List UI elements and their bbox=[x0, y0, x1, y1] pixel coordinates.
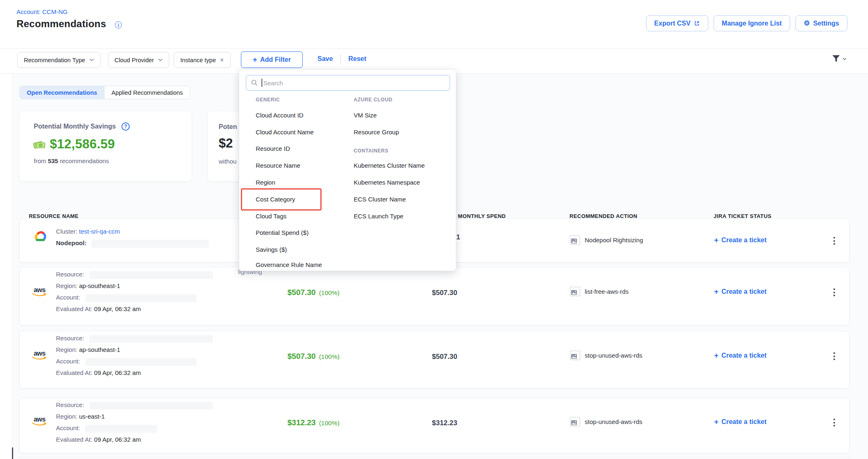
dropdown-item-region[interactable]: Region bbox=[256, 179, 275, 186]
chip-label: Recommendation Type bbox=[24, 57, 85, 63]
add-filter-dropdown: GENERIC Cloud Account ID Cloud Account N… bbox=[239, 69, 456, 271]
close-icon[interactable]: × bbox=[220, 56, 224, 64]
tab-applied-recommendations[interactable]: Applied Recommendations bbox=[104, 86, 190, 99]
potential-monthly-savings-card: Potential Monthly Savings ? $12,586.59 f… bbox=[19, 111, 191, 181]
redacted-value bbox=[89, 402, 213, 410]
cluster-label: Cluster: bbox=[56, 228, 77, 235]
row1-spend-fragment: 1 bbox=[456, 233, 460, 241]
table-row[interactable]: aws Resource: Region: ap-southeast-1 Acc… bbox=[19, 267, 849, 326]
region-value: ap-southeast-1 bbox=[79, 282, 120, 289]
manage-ignore-list-label: Manage Ignore List bbox=[722, 20, 782, 27]
row-menu-kebab[interactable] bbox=[832, 287, 837, 298]
plus-icon: + bbox=[714, 417, 719, 426]
partial-card-subtitle-fragment: withou bbox=[219, 158, 236, 165]
monthly-spend-cell: $507.30 bbox=[432, 289, 457, 297]
filter-chip-recommendation-type[interactable]: Recommendation Type bbox=[17, 52, 100, 68]
dropdown-item-cost-category[interactable]: Cost Category bbox=[256, 196, 295, 203]
cluster-name-link[interactable]: test-sri-qa-ccm bbox=[79, 228, 120, 235]
dropdown-item-vm-size[interactable]: VM Size bbox=[354, 112, 377, 119]
account-label: Account: bbox=[56, 294, 80, 301]
manage-ignore-list-button[interactable]: Manage Ignore List bbox=[714, 15, 790, 31]
redacted-value bbox=[85, 425, 157, 433]
potential-savings-cell: $507.30(100%) bbox=[287, 352, 340, 361]
search-input[interactable] bbox=[264, 80, 445, 87]
dropdown-item-governance-rule-name[interactable]: Governance Rule Name bbox=[256, 261, 322, 268]
redacted-value bbox=[89, 335, 213, 343]
recommended-action-cell: list-free-aws-rds bbox=[570, 287, 629, 296]
add-filter-label: Add Filter bbox=[260, 56, 291, 63]
dropdown-item-resource-group[interactable]: Resource Group bbox=[354, 129, 399, 136]
image-placeholder-icon bbox=[570, 235, 580, 245]
save-filter-button[interactable]: Save bbox=[317, 55, 333, 63]
aws-icon: aws bbox=[32, 351, 47, 360]
redacted-value bbox=[85, 294, 196, 302]
dropdown-item-resource-name[interactable]: Resource Name bbox=[256, 162, 300, 169]
region-value: us-east-1 bbox=[79, 413, 105, 420]
savings-amount: $12,586.59 bbox=[50, 137, 115, 152]
region-label: Region: bbox=[56, 282, 77, 289]
plus-icon: + bbox=[714, 351, 719, 360]
aws-icon: aws bbox=[32, 417, 47, 426]
dropdown-item-ecs-cluster-name[interactable]: ECS Cluster Name bbox=[354, 196, 406, 203]
create-ticket-button[interactable]: + Create a ticket bbox=[714, 236, 767, 245]
reset-filter-button[interactable]: Reset bbox=[348, 55, 366, 63]
search-icon bbox=[251, 80, 258, 86]
dropdown-item-kubernetes-namespace[interactable]: Kubernetes Namespace bbox=[354, 179, 420, 186]
create-ticket-button[interactable]: + Create a ticket bbox=[714, 287, 767, 296]
dropdown-item-potential-spend[interactable]: Potential Spend ($) bbox=[256, 229, 308, 236]
gear-icon: ⚙ bbox=[804, 20, 810, 27]
create-ticket-button[interactable]: + Create a ticket bbox=[714, 417, 767, 426]
row-menu-kebab[interactable] bbox=[832, 417, 837, 428]
settings-label: Settings bbox=[813, 20, 839, 27]
divider bbox=[341, 54, 341, 64]
region-label: Region: bbox=[56, 413, 77, 420]
header-divider bbox=[0, 48, 868, 49]
table-row[interactable]: aws Resource: Region: ap-southeast-1 Acc… bbox=[19, 331, 849, 389]
settings-button[interactable]: ⚙ Settings bbox=[796, 15, 847, 31]
chevron-down-icon bbox=[89, 59, 94, 61]
savings-card-title: Potential Monthly Savings bbox=[34, 123, 116, 130]
create-ticket-button[interactable]: + Create a ticket bbox=[714, 351, 767, 360]
dropdown-item-cloud-tags[interactable]: Cloud Tags bbox=[256, 213, 287, 220]
help-icon[interactable]: ? bbox=[121, 122, 130, 131]
dropdown-item-resource-id[interactable]: Resource ID bbox=[256, 145, 290, 152]
add-filter-button[interactable]: + Add Filter bbox=[241, 52, 303, 68]
redacted-value bbox=[89, 271, 213, 279]
dropdown-item-cloud-account-name[interactable]: Cloud Account Name bbox=[256, 129, 314, 136]
recommended-action-label: Nodepool Rightsizing bbox=[585, 237, 643, 244]
export-csv-button[interactable]: Export CSV bbox=[646, 15, 708, 31]
filter-chip-instance-type[interactable]: Instance type × bbox=[174, 52, 231, 68]
create-ticket-label: Create a ticket bbox=[721, 237, 766, 244]
region-value: ap-southeast-1 bbox=[79, 346, 120, 353]
resource-label: Resource: bbox=[56, 401, 84, 408]
breadcrumb-account-link[interactable]: Account: CCM-NG bbox=[16, 8, 68, 15]
account-label: Account: bbox=[56, 424, 80, 431]
recommendations-page: Account: CCM-NG Recommendations i Export… bbox=[0, 0, 868, 459]
plus-icon: + bbox=[253, 55, 257, 64]
account-label: Account: bbox=[56, 358, 80, 365]
dropdown-item-cloud-account-id[interactable]: Cloud Account ID bbox=[256, 112, 303, 119]
row-menu-kebab[interactable] bbox=[832, 235, 837, 246]
table-row-partial bbox=[19, 457, 849, 459]
dropdown-item-kubernetes-cluster-name[interactable]: Kubernetes Cluster Name bbox=[354, 162, 425, 169]
content-left-border-dark bbox=[12, 447, 13, 459]
filter-panel-toggle[interactable] bbox=[832, 55, 847, 63]
funnel-icon bbox=[832, 55, 840, 63]
dropdown-item-savings[interactable]: Savings ($) bbox=[256, 246, 287, 253]
redacted-value bbox=[85, 358, 196, 366]
dropdown-item-ecs-launch-type[interactable]: ECS Launch Type bbox=[354, 213, 404, 220]
create-ticket-label: Create a ticket bbox=[721, 288, 766, 295]
resource-label: Resource: bbox=[56, 271, 84, 278]
row-menu-kebab[interactable] bbox=[832, 351, 837, 362]
chip-label: Instance type bbox=[180, 57, 216, 63]
savings-subtitle: from 535 recommendations bbox=[34, 157, 109, 164]
info-icon[interactable]: i bbox=[115, 21, 122, 28]
table-row[interactable]: aws Resource: Region: us-east-1 Account:… bbox=[19, 398, 849, 453]
plus-icon: + bbox=[714, 287, 719, 296]
recommended-action-cell: stop-unused-aws-rds bbox=[570, 351, 642, 360]
image-placeholder-icon bbox=[570, 287, 580, 296]
external-link-icon bbox=[694, 20, 700, 26]
dropdown-search[interactable] bbox=[246, 75, 450, 91]
filter-chip-cloud-provider[interactable]: Cloud Provider bbox=[108, 52, 169, 68]
tab-open-recommendations[interactable]: Open Recommendations bbox=[20, 86, 104, 99]
